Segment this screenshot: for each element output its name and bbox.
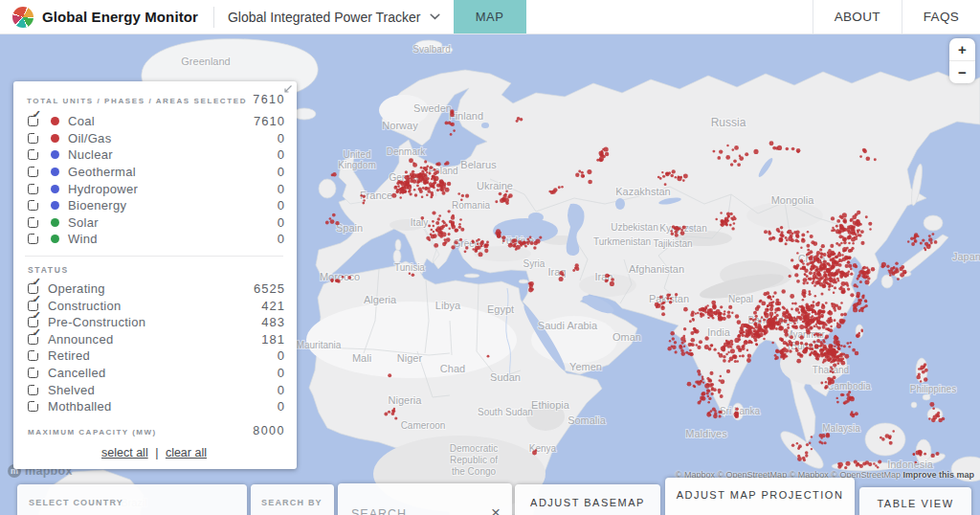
filter-label: Mothballed [48, 399, 112, 414]
checkbox-unchecked-icon[interactable] [28, 167, 38, 177]
country-label: Sri Lanka [720, 406, 761, 416]
checkbox-wrap [23, 149, 48, 160]
checkbox-wrap [23, 184, 48, 194]
statuse-row-cancelled[interactable]: Cancelled0 [23, 365, 285, 382]
checkbox-unchecked-icon[interactable] [28, 217, 38, 228]
fuel-row-wind[interactable]: Wind0 [23, 231, 285, 248]
statuse-row-pre-construction[interactable]: ✓Pre-Construction483 [23, 314, 285, 331]
filter-label: Bioenergy [68, 198, 126, 213]
fuel-color-dot [51, 218, 59, 227]
clear-search-icon[interactable]: × [491, 504, 501, 515]
checkbox-unchecked-icon[interactable] [28, 385, 38, 395]
fuel-row-oil-gas[interactable]: Oil/Gas0 [23, 130, 285, 147]
country-label: Maldives [685, 428, 727, 439]
country-label: Belarus [460, 159, 497, 170]
filter-count: 0 [278, 182, 285, 196]
fuel-row-coal[interactable]: ✓Coal7610 [23, 113, 285, 130]
country-label: Sudan [490, 371, 521, 383]
filter-label: Operating [48, 281, 105, 296]
map-zoom-control: + − [949, 38, 975, 83]
checkbox-wrap: ✓ [23, 116, 48, 126]
header-divider [213, 7, 214, 28]
zoom-in-button[interactable]: + [949, 38, 975, 60]
search-by-dropdown[interactable]: SEARCH BY All [251, 484, 334, 515]
max-capacity-value: 8000 [253, 424, 285, 437]
filter-label: Construction [48, 299, 122, 313]
checkbox-wrap [23, 368, 48, 378]
country-label: Italy [411, 217, 428, 228]
statuse-row-shelved[interactable]: Shelved0 [23, 381, 285, 398]
country-label: Malaysia [822, 423, 860, 434]
checkbox-unchecked-icon[interactable] [28, 149, 38, 160]
country-label: India [707, 326, 731, 338]
zoom-out-button[interactable]: − [949, 61, 975, 83]
country-label: Tajikistan [653, 238, 692, 249]
gem-logo-icon [12, 7, 33, 28]
country-label: Ukraine [477, 180, 513, 191]
country-label: Iran [595, 271, 613, 282]
tracker-selector[interactable]: Global Integrated Power Tracker [228, 10, 440, 25]
checkbox-wrap: ✓ [23, 334, 48, 345]
checkbox-unchecked-icon[interactable] [28, 184, 38, 194]
adjust-projection-button[interactable]: ADJUST MAP PROJECTION [665, 478, 855, 515]
checkbox-checked-icon[interactable]: ✓ [28, 116, 38, 126]
country-label: Ethiopia [531, 399, 570, 411]
filter-label: Coal [68, 114, 95, 128]
filter-label: Hydropower [68, 182, 138, 196]
checkbox-checked-icon[interactable]: ✓ [28, 334, 38, 345]
fuel-row-bioenergy[interactable]: Bioenergy0 [23, 197, 285, 214]
filter-count: 0 [278, 131, 285, 146]
clear-all-link[interactable]: clear all [166, 446, 207, 459]
checkbox-unchecked-icon[interactable] [28, 200, 38, 211]
chevron-down-icon [430, 13, 440, 20]
fuel-row-geothermal[interactable]: Geothermal0 [23, 164, 285, 181]
statuse-row-retired[interactable]: Retired0 [23, 347, 285, 365]
checkbox-unchecked-icon[interactable] [28, 234, 38, 244]
gem-power-tracker-app: Global Energy Monitor Global Integrated … [0, 0, 980, 515]
adjust-basemap-button[interactable]: ADJUST BASEMAP [515, 484, 660, 515]
filter-count: 0 [278, 399, 285, 414]
fuel-row-nuclear[interactable]: Nuclear0 [23, 146, 285, 164]
top-header: Global Energy Monitor Global Integrated … [0, 0, 980, 34]
statuse-row-construction[interactable]: ✓Construction421 [23, 297, 285, 314]
country-label: Yemen [569, 361, 602, 372]
country-label: Mauritania [297, 340, 342, 350]
nav-about[interactable]: ABOUT [813, 0, 902, 34]
filter-count: 0 [278, 215, 285, 230]
table-view-label: TABLE VIEW [859, 498, 971, 509]
checkbox-unchecked-icon[interactable] [28, 401, 38, 412]
country-label: Nigeria [389, 394, 423, 406]
statuse-row-operating[interactable]: ✓Operating6525 [23, 280, 285, 298]
select-all-link[interactable]: select all [101, 446, 148, 459]
checkbox-unchecked-icon[interactable] [28, 350, 38, 361]
tab-map[interactable]: MAP [454, 0, 526, 34]
collapse-panel-icon[interactable] [281, 84, 293, 96]
filter-count: 421 [261, 299, 285, 313]
fuel-color-dot [51, 235, 59, 243]
improve-map-link[interactable]: Improve this map [902, 470, 974, 480]
select-country-dropdown[interactable]: SELECT COUNTRY All [17, 484, 247, 515]
checkbox-wrap [23, 200, 48, 211]
country-label: Greenland [181, 56, 230, 67]
search-input[interactable]: SEARCH [351, 507, 407, 515]
statuse-row-announced[interactable]: ✓Announced181 [23, 331, 285, 348]
country-label: Nepal [728, 294, 753, 304]
nav-faqs[interactable]: FAQS [902, 0, 980, 34]
country-label: Norway [382, 120, 418, 131]
checkbox-wrap [23, 401, 48, 412]
filter-label: Geothermal [68, 165, 136, 179]
fuel-color-dot [51, 185, 59, 193]
search-box[interactable]: SEARCH × [338, 483, 512, 515]
filter-count: 181 [261, 332, 285, 347]
fuel-row-hydropower[interactable]: Hydropower0 [23, 180, 285, 197]
fuel-row-solar[interactable]: Solar0 [23, 214, 285, 232]
checkbox-unchecked-icon[interactable] [28, 133, 38, 144]
bulk-select-links: select all | clear all [23, 446, 285, 459]
fuel-color-dot [51, 150, 59, 159]
checkbox-unchecked-icon[interactable] [28, 368, 38, 378]
country-label: Indonesia [887, 459, 934, 470]
country-label: Libya [435, 300, 461, 311]
statuse-row-mothballed[interactable]: Mothballed0 [23, 398, 285, 415]
country-label: the Congo [452, 466, 497, 477]
table-view-button[interactable]: TABLE VIEW [859, 487, 971, 515]
